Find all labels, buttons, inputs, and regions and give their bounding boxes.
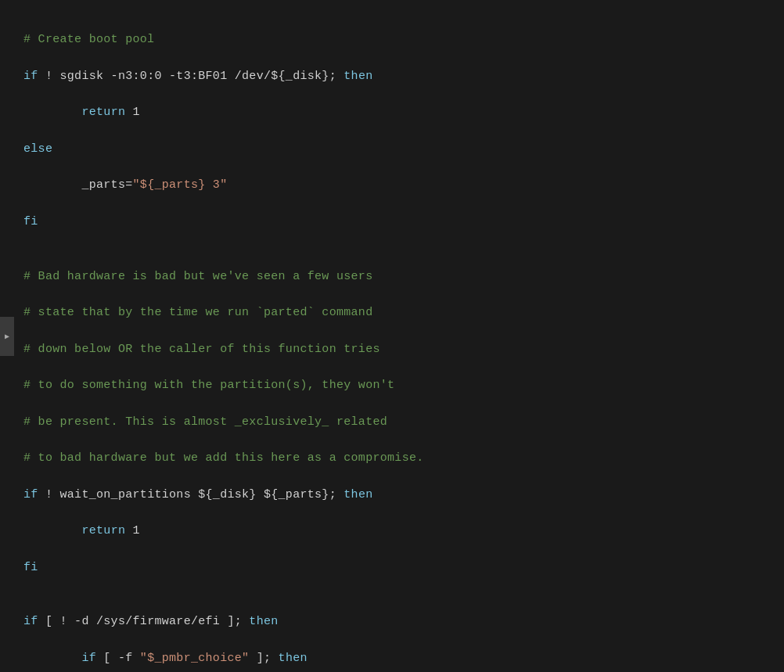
sidebar-toggle[interactable]: ▶ xyxy=(0,317,14,356)
keyword-if: if xyxy=(23,70,38,83)
code-line: if ! wait_on_partitions ${_disk} ${_part… xyxy=(23,486,771,504)
code-line: # be present. This is almost _exclusivel… xyxy=(23,413,771,431)
comment: # Create boot pool xyxy=(23,33,154,46)
code-area: # Create boot pool if ! sgdisk -n3:0:0 -… xyxy=(0,0,784,672)
code-line: fi xyxy=(23,559,771,577)
code-line: # Bad hardware is bad but we've seen a f… xyxy=(23,268,771,286)
code-line: return 1 xyxy=(23,522,771,540)
code-line: return 1 xyxy=(23,103,771,121)
code-line: # state that by the time we run `parted`… xyxy=(23,304,771,322)
code-line: if ! sgdisk -n3:0:0 -t3:BF01 /dev/${_dis… xyxy=(23,67,771,85)
code-line: # to do something with the partition(s),… xyxy=(23,376,771,394)
code-line: _parts="${_parts} 3" xyxy=(23,176,771,194)
code-line: fi xyxy=(23,213,771,231)
code-line: if [ ! -d /sys/firmware/efi ]; then xyxy=(23,613,771,631)
code-container: ▶ # Create boot pool if ! sgdisk -n3:0:0… xyxy=(0,0,784,672)
code-line: else xyxy=(23,140,771,158)
code-line: # Create boot pool xyxy=(23,31,771,49)
code-line: # down below OR the caller of this funct… xyxy=(23,340,771,358)
code-line: # to bad hardware but we add this here a… xyxy=(23,449,771,467)
code-line: if [ -f "$_pmbr_choice" ]; then xyxy=(23,649,771,667)
sidebar-toggle-arrow: ▶ xyxy=(5,332,9,341)
